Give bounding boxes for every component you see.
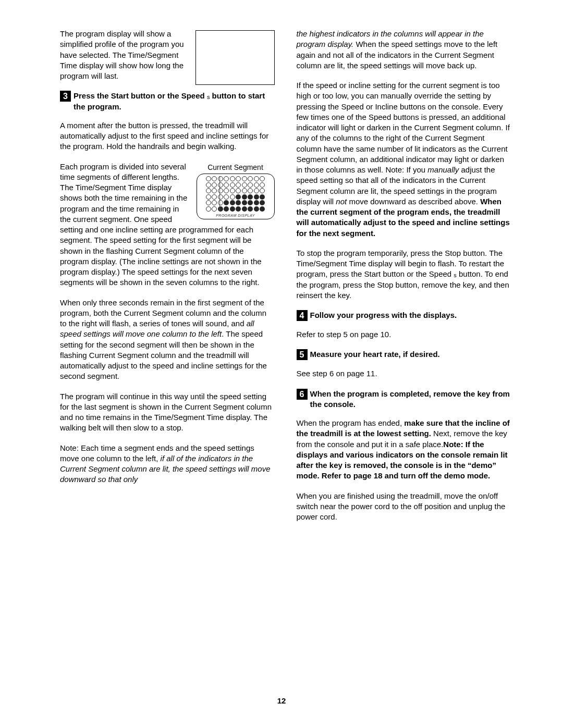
s6p1-a: When the program has ended,: [297, 418, 405, 427]
two-column-layout: The program display will show a simplifi…: [60, 29, 511, 532]
indicator-filled-icon: [254, 200, 259, 205]
step-3-title-part-a: Press the Start button or the Speed: [74, 91, 207, 100]
indicator-open-icon: [224, 188, 229, 193]
step3-p3: When only three seconds remain in the fi…: [60, 298, 275, 382]
indicator-open-icon: [206, 206, 211, 212]
indicator-open-icon: [230, 176, 235, 181]
step-3-title: Press the Start button or the Speed s bu…: [74, 91, 275, 112]
indicator-open-icon: [206, 200, 211, 205]
indicator-open-icon: [254, 176, 259, 181]
current-segment-divider: [219, 176, 220, 212]
program-display-row: [200, 200, 271, 205]
indicator-open-icon: [212, 182, 217, 188]
indicator-open-icon: [212, 194, 217, 200]
indicator-open-icon: [254, 182, 259, 188]
program-display-row: [200, 188, 271, 193]
speed-s-glyph: s: [207, 94, 210, 100]
indicator-filled-icon: [260, 200, 265, 205]
intro-block: The program display will show a simplifi…: [60, 29, 275, 91]
indicator-filled-icon: [236, 200, 241, 205]
indicator-open-icon: [212, 200, 217, 205]
indicator-open-icon: [218, 200, 223, 205]
indicator-open-icon: [236, 188, 241, 193]
indicator-open-icon: [248, 176, 253, 181]
indicator-open-icon: [206, 188, 211, 193]
indicator-filled-icon: [248, 200, 253, 205]
program-display-row: [200, 176, 271, 181]
program-display-figure: Current Segment PROGRAM DISPLAY: [197, 163, 275, 220]
indicator-open-icon: [218, 182, 223, 188]
indicator-open-icon: [242, 176, 247, 181]
indicator-open-icon: [218, 188, 223, 193]
indicator-filled-icon: [230, 206, 235, 212]
indicator-open-icon: [218, 176, 223, 181]
p3-part-a: When only three seconds remain in the fi…: [60, 298, 266, 328]
indicator-open-icon: [230, 194, 235, 200]
indicator-open-icon: [230, 182, 235, 188]
step-6-badge: 6: [297, 389, 308, 400]
indicator-filled-icon: [236, 206, 241, 212]
indicator-filled-icon: [248, 206, 253, 212]
r1-i2: not: [336, 197, 347, 206]
step-4-badge: 4: [297, 310, 308, 321]
indicator-open-icon: [254, 188, 259, 193]
step3-p5: Note: Each time a segment ends and the s…: [60, 443, 275, 485]
right-p2: To stop the program temporarily, press t…: [297, 248, 511, 301]
indicator-filled-icon: [260, 206, 265, 212]
step4-body: Refer to step 5 on page 10.: [297, 329, 511, 340]
r1-a: If the speed or incline setting for the …: [297, 81, 510, 174]
indicator-open-icon: [206, 176, 211, 181]
document-page: The program display will show a simplifi…: [0, 0, 563, 728]
indicator-open-icon: [224, 194, 229, 200]
step-5-title: Measure your heart rate, if desired.: [310, 349, 511, 360]
right-p0: the highest indicators in the columns wi…: [297, 29, 511, 71]
indicator-open-icon: [218, 194, 223, 200]
step-3-badge: 3: [60, 91, 71, 102]
display-placeholder-box: [195, 30, 275, 85]
indicator-open-icon: [224, 182, 229, 188]
indicator-open-icon: [212, 188, 217, 193]
page-number: 12: [0, 696, 563, 706]
indicator-filled-icon: [236, 194, 241, 200]
indicator-filled-icon: [242, 206, 247, 212]
step-4-heading: 4 Follow your progress with the displays…: [297, 310, 511, 321]
indicator-open-icon: [224, 176, 229, 181]
indicator-open-icon: [260, 176, 265, 181]
step-6-title: When the program is completed, remove th…: [310, 389, 511, 410]
indicator-open-icon: [248, 182, 253, 188]
indicator-filled-icon: [254, 206, 259, 212]
segment-block: Current Segment PROGRAM DISPLAY Each pro…: [60, 162, 275, 298]
program-display-row: [200, 194, 271, 200]
step3-p1: A moment after the button is pressed, th…: [60, 120, 275, 152]
indicator-filled-icon: [248, 194, 253, 200]
program-display-caption: PROGRAM DISPLAY: [200, 213, 271, 218]
step3-p4: The program will continue in this way un…: [60, 391, 275, 434]
step-6-heading: 6 When the program is completed, remove …: [297, 389, 511, 410]
indicator-open-icon: [260, 188, 265, 193]
program-display-row: [200, 206, 271, 212]
indicator-open-icon: [212, 176, 217, 181]
indicator-filled-icon: [254, 194, 259, 200]
step-3-body: A moment after the button is pressed, th…: [60, 120, 275, 485]
indicator-open-icon: [212, 206, 217, 212]
step-5-heading: 5 Measure your heart rate, if desired.: [297, 349, 511, 360]
indicator-open-icon: [242, 188, 247, 193]
indicator-filled-icon: [218, 206, 223, 212]
step-4-title: Follow your progress with the displays.: [310, 310, 511, 320]
indicator-filled-icon: [242, 200, 247, 205]
r1-i1: manually: [427, 165, 459, 174]
indicator-open-icon: [236, 176, 241, 181]
indicator-filled-icon: [224, 206, 229, 212]
indicator-open-icon: [206, 182, 211, 188]
program-display-row: [200, 182, 271, 188]
left-column: The program display will show a simplifi…: [60, 29, 275, 532]
right-p1: If the speed or incline setting for the …: [297, 80, 511, 239]
current-segment-label: Current Segment: [197, 163, 275, 172]
indicator-open-icon: [236, 182, 241, 188]
step-3-heading: 3 Press the Start button or the Speed s …: [60, 91, 275, 112]
right-column: the highest indicators in the columns wi…: [297, 29, 511, 532]
indicator-open-icon: [260, 182, 265, 188]
indicator-filled-icon: [260, 194, 265, 200]
step6-p1: When the program has ended, make sure th…: [297, 418, 511, 482]
speed-s-glyph-2: s: [454, 272, 457, 278]
